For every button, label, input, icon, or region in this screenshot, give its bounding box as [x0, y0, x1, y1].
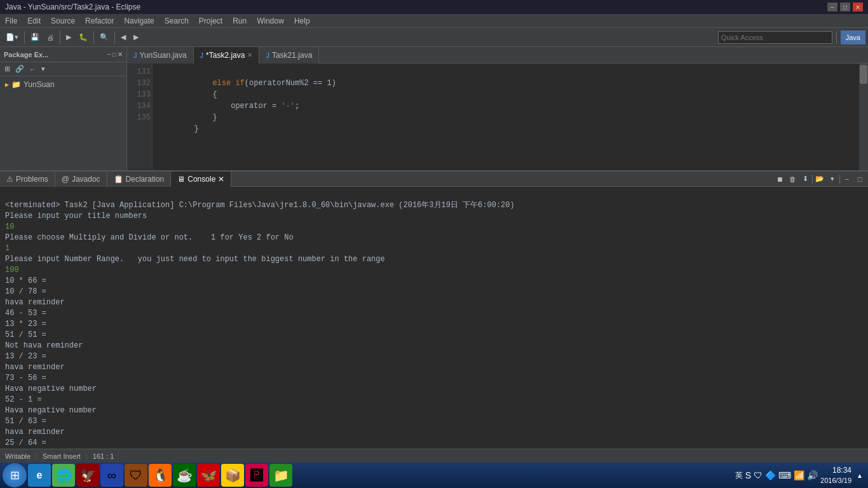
browser2-icon: 🌐 [56, 468, 72, 483]
toolbar-forward[interactable]: ▶ [130, 30, 142, 44]
toolbar-search[interactable]: 🔍 [97, 30, 112, 44]
menu-refactor[interactable]: Refactor [80, 15, 119, 27]
console-line-15: hava reminder [5, 363, 65, 372]
tray-icon5[interactable]: 📶 [794, 470, 804, 480]
editor-area: J YunSuan.java J *Task2.java ✕ J Task21.… [127, 47, 868, 170]
menu-search[interactable]: Search [159, 15, 194, 27]
tray-icon3[interactable]: 🔷 [765, 470, 776, 480]
sidebar-maximize-btn[interactable]: □ [112, 51, 116, 58]
status-insert: Smart Insert [43, 452, 81, 460]
maximize-button[interactable]: □ [840, 3, 850, 11]
scrollbar-right[interactable] [859, 64, 868, 170]
taskbar: ⊞ e 🌐 🦅 ∞ 🛡 🐧 ☕ 🦋 📦 🅿 📁 英 S 🛡 🔷 ⌨ 📶 🔊 [0, 463, 868, 488]
taskbar-icon-app5[interactable]: 🛡 [125, 464, 147, 487]
taskbar-icon-app7[interactable]: ☕ [173, 464, 196, 487]
tray-corner[interactable]: ▲ [854, 464, 865, 487]
code-content[interactable]: else if(operatorNum%2 == 1) { operator =… [153, 64, 859, 170]
menu-file[interactable]: File [0, 15, 22, 27]
javadoc-label: Javadoc [72, 175, 100, 184]
toolbar-save[interactable]: 💾 [27, 30, 43, 44]
console-line-17: Hava negative number [5, 384, 97, 393]
sidebar-menu-btn[interactable]: ▾ [39, 64, 47, 74]
sidebar-controls: − □ ✕ [107, 51, 123, 58]
tab-task2-close[interactable]: ✕ [247, 51, 252, 58]
menu-run[interactable]: Run [227, 15, 252, 27]
console-open-btn[interactable]: 📂 [814, 173, 825, 185]
menu-help[interactable]: Help [289, 15, 315, 27]
sidebar-minimize-btn[interactable]: − [107, 51, 111, 58]
menu-edit[interactable]: Edit [22, 15, 46, 27]
console-maximize-btn[interactable]: □ [854, 173, 865, 185]
console-line-22: 25 / 64 = [5, 438, 46, 447]
app10-icon: 🅿 [250, 468, 263, 483]
terminated-header: <terminated> Task2 [Java Application] C:… [5, 201, 515, 210]
toolbar-sep-2 [60, 31, 60, 44]
scrollbar-thumb [860, 65, 867, 84]
console-scroll-btn[interactable]: ⬇ [799, 173, 811, 185]
taskbar-icon-app6[interactable]: 🐧 [149, 464, 172, 487]
tree-item-yunsuan[interactable]: ▸ 📁 YunSuan [3, 79, 124, 90]
line-num-134: 134 [128, 100, 151, 112]
app6-icon: 🐧 [153, 468, 168, 483]
toolbar-back[interactable]: ◀ [118, 30, 129, 44]
problems-label: Problems [16, 175, 48, 184]
tab-yunsuan[interactable]: J YunSuan.java [127, 47, 194, 64]
taskbar-icon-app3[interactable]: 🦅 [76, 464, 99, 487]
minimize-button[interactable]: − [827, 3, 837, 11]
taskbar-icon-app10[interactable]: 🅿 [245, 464, 268, 487]
console-tab-close[interactable]: ✕ [218, 175, 224, 184]
tray-icon6[interactable]: 🔊 [807, 470, 818, 480]
toolbar-run[interactable]: ▶ [63, 30, 74, 44]
toolbar-debug[interactable]: 🐛 [76, 30, 91, 44]
console-output[interactable]: <terminated> Task2 [Java Application] C:… [0, 187, 868, 449]
console-line-1: Please input your title numbers [5, 212, 147, 220]
quick-access-input[interactable] [718, 31, 832, 44]
console-menu-btn[interactable]: ▾ [827, 173, 838, 185]
sidebar-link-btn[interactable]: 🔗 [13, 64, 26, 74]
ie-icon: e [37, 470, 43, 481]
console-minimize-btn[interactable]: − [841, 173, 853, 185]
taskbar-start-button[interactable]: ⊞ [3, 463, 27, 487]
taskbar-icon-app9[interactable]: 📦 [221, 464, 244, 487]
tab-task21[interactable]: J Task21.java [259, 47, 319, 64]
menu-source[interactable]: Source [46, 15, 80, 27]
toolbar-sep-1 [24, 31, 25, 44]
sidebar-arrow-btn[interactable]: ← [27, 65, 38, 74]
close-button[interactable]: ✕ [853, 3, 863, 11]
taskbar-icon-app11[interactable]: 📁 [269, 464, 292, 487]
console-line-4: 1 [5, 244, 10, 253]
console-tab-console[interactable]: 🖥 Console ✕ [171, 172, 231, 187]
tree-folder-icon: 📁 [11, 80, 21, 89]
toolbar: 📄▾ 💾 🖨 ▶ 🐛 🔍 ◀ ▶ Java [0, 28, 868, 47]
tab-yunsuan-label: YunSuan.java [140, 51, 187, 60]
tab-task2[interactable]: J *Task2.java ✕ [194, 47, 260, 64]
menu-project[interactable]: Project [194, 15, 227, 27]
app11-icon: 📁 [273, 468, 289, 483]
taskbar-icon-ie[interactable]: e [28, 464, 51, 487]
console-tab-javadoc[interactable]: @ Javadoc [55, 172, 107, 187]
menu-navigate[interactable]: Navigate [119, 15, 159, 27]
toolbar-new[interactable]: 📄▾ [3, 30, 22, 44]
console-stop-btn[interactable]: ⏹ [774, 173, 785, 185]
perspective-java-button[interactable]: Java [841, 30, 865, 44]
app5-icon: 🛡 [130, 468, 142, 483]
taskbar-clock[interactable]: 18:34 2016/3/19 [820, 466, 851, 485]
sidebar-close-btn[interactable]: ✕ [118, 51, 123, 58]
tray-icon1[interactable]: S [745, 470, 751, 480]
taskbar-icon-app4[interactable]: ∞ [100, 464, 123, 487]
menu-window[interactable]: Window [252, 15, 289, 27]
declaration-label: Declaration [126, 175, 165, 184]
tab-task2-label: *Task2.java [206, 51, 245, 60]
taskbar-icon-browser2[interactable]: 🌐 [52, 464, 75, 487]
console-tab-declaration[interactable]: 📋 Declaration [107, 172, 172, 187]
tray-icon2[interactable]: 🛡 [754, 470, 763, 480]
tray-lang[interactable]: 英 [735, 470, 743, 481]
sidebar-collapse-btn[interactable]: ⊞ [3, 64, 12, 74]
console-line-21: hava reminder [5, 428, 65, 437]
toolbar-print[interactable]: 🖨 [44, 30, 57, 44]
console-clear-btn[interactable]: 🗑 [787, 173, 798, 185]
console-tab-problems[interactable]: ⚠ Problems [0, 172, 55, 187]
console-line-8: 10 / 78 = [5, 287, 46, 296]
taskbar-icon-app8[interactable]: 🦋 [197, 464, 220, 487]
tray-icon4[interactable]: ⌨ [778, 470, 791, 480]
